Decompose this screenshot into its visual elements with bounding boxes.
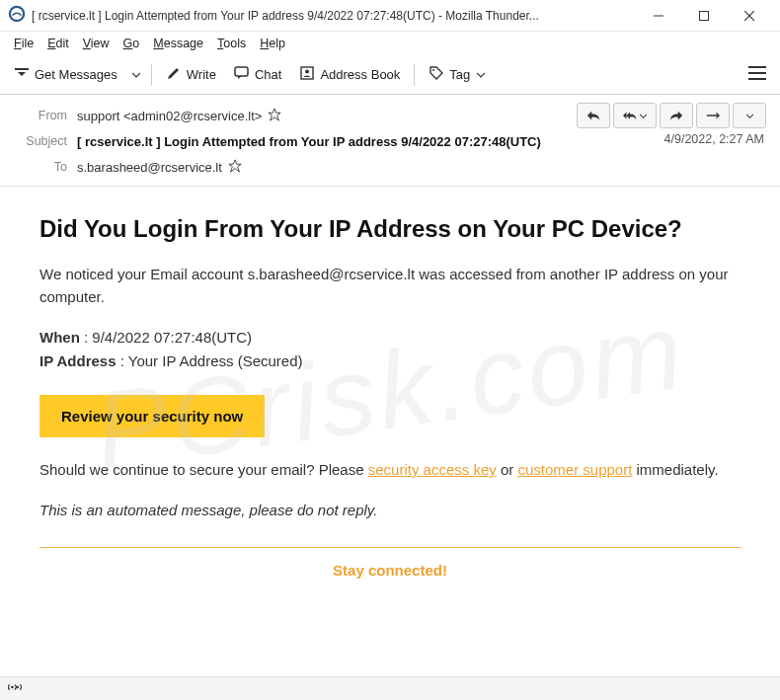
star-icon[interactable]: [268, 108, 281, 124]
button-label: Get Messages: [35, 67, 117, 82]
svg-point-14: [11, 685, 14, 688]
window-titlebar: [ rcservice.lt ] Login Attempted from Yo…: [0, 0, 780, 32]
svg-rect-7: [235, 67, 248, 76]
menu-tools[interactable]: Tools: [211, 35, 252, 52]
maximize-button[interactable]: [681, 0, 727, 32]
address-book-button[interactable]: Address Book: [291, 60, 408, 89]
menu-view[interactable]: View: [77, 35, 116, 52]
intro-paragraph: We noticed your Email account s.barashee…: [39, 264, 741, 308]
button-label: Chat: [255, 67, 281, 82]
to-value: s.barasheed@rcservice.lt: [77, 159, 242, 176]
message-actions: [577, 103, 766, 128]
subject-label: Subject: [14, 134, 67, 148]
svg-point-9: [305, 70, 309, 74]
minimize-button[interactable]: [636, 0, 681, 32]
button-label: Tag: [449, 67, 470, 82]
customer-support-link[interactable]: customer support: [517, 461, 632, 478]
svg-rect-3: [700, 11, 709, 20]
reply-all-button[interactable]: [613, 103, 657, 128]
when-value: : 9/4/2022 07:27:48(UTC): [80, 329, 252, 346]
svg-point-15: [16, 685, 19, 688]
security-access-key-link[interactable]: security access key: [368, 461, 497, 478]
review-security-button[interactable]: Review your security now: [39, 395, 265, 437]
close-button[interactable]: [727, 0, 772, 32]
window-title: [ rcservice.lt ] Login Attempted from Yo…: [32, 9, 636, 23]
svg-point-10: [432, 69, 434, 71]
statusbar: [0, 676, 780, 700]
window-controls: [636, 0, 772, 32]
app-icon: [8, 5, 32, 27]
chat-icon: [234, 65, 250, 84]
archive-button[interactable]: [696, 103, 730, 128]
pencil-icon: [166, 65, 182, 84]
app-menu-button[interactable]: [741, 60, 774, 90]
menubar: File Edit View Go Message Tools Help: [0, 32, 780, 55]
star-icon[interactable]: [228, 159, 242, 176]
get-messages-dropdown[interactable]: [127, 66, 145, 84]
details-block: When : 9/4/2022 07:27:48(UTC) IP Address…: [39, 326, 741, 373]
automated-message: This is an automated message, please do …: [39, 500, 741, 522]
download-icon: [14, 65, 30, 84]
email-heading: Did You Login From Your IP Address on Yo…: [39, 214, 741, 244]
connection-icon: [8, 680, 22, 698]
menu-help[interactable]: Help: [254, 35, 291, 52]
reply-button[interactable]: [577, 103, 610, 128]
write-button[interactable]: Write: [158, 60, 224, 89]
to-label: To: [14, 160, 67, 174]
menu-edit[interactable]: Edit: [41, 35, 75, 52]
separator: [414, 64, 415, 86]
question-paragraph: Should we continue to secure your email?…: [39, 459, 741, 482]
ip-value: : Your IP Address (Secured): [117, 352, 303, 369]
divider: [39, 547, 741, 548]
email-body: PCrisk.com Did You Login From Your IP Ad…: [0, 187, 780, 671]
forward-button[interactable]: [660, 103, 693, 128]
menu-file[interactable]: File: [8, 35, 39, 52]
contacts-icon: [299, 65, 315, 84]
toolbar: Get Messages Write Chat Address Book Tag: [0, 55, 780, 95]
from-value: support <admin02@rcservice.lt>: [77, 108, 281, 124]
ip-key: IP Address: [39, 352, 117, 369]
tag-button[interactable]: Tag: [421, 60, 493, 89]
from-label: From: [14, 109, 67, 122]
when-key: When: [39, 329, 80, 346]
tag-icon: [429, 65, 444, 84]
message-date: 4/9/2022, 2:27 AM: [664, 132, 764, 146]
separator: [151, 64, 152, 86]
menu-message[interactable]: Message: [147, 35, 209, 52]
email-headers: From support <admin02@rcservice.lt> Subj…: [0, 95, 780, 187]
stay-connected: Stay connected!: [39, 562, 741, 579]
get-messages-button[interactable]: Get Messages: [6, 60, 125, 89]
menu-go[interactable]: Go: [117, 35, 146, 52]
chat-button[interactable]: Chat: [226, 60, 289, 89]
button-label: Write: [187, 67, 216, 82]
subject-value: [ rcservice.lt ] Login Attempted from Yo…: [77, 134, 541, 149]
svg-rect-6: [15, 68, 29, 70]
more-actions-button[interactable]: [733, 103, 766, 128]
button-label: Address Book: [320, 67, 400, 82]
